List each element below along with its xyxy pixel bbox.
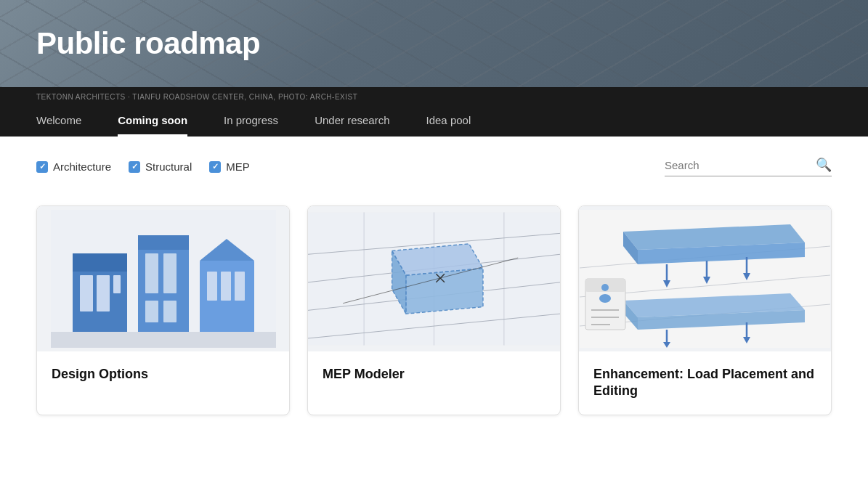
nav-bar: TEKTONN ARCHITECTS · TIANFU ROADSHOW CEN… bbox=[0, 87, 868, 137]
photo-credit: TEKTONN ARCHITECTS · TIANFU ROADSHOW CEN… bbox=[36, 87, 832, 104]
design-options-illustration bbox=[51, 210, 276, 348]
tab-idea-pool[interactable]: Idea pool bbox=[426, 104, 471, 137]
svg-rect-8 bbox=[145, 253, 158, 293]
card-mep-modeler[interactable]: MEP Modeler bbox=[307, 205, 561, 415]
svg-rect-14 bbox=[207, 272, 217, 301]
card-design-options-image bbox=[37, 206, 289, 351]
tab-coming-soon[interactable]: Coming soon bbox=[118, 104, 187, 137]
tab-in-progress[interactable]: In progress bbox=[224, 104, 278, 137]
mep-label: MEP bbox=[226, 160, 250, 173]
search-input[interactable] bbox=[665, 159, 810, 171]
svg-rect-7 bbox=[138, 235, 189, 250]
nav-tabs: Welcome Coming soon In progress Under re… bbox=[36, 104, 832, 137]
filter-bar: Architecture Structural MEP 🔍 bbox=[0, 137, 868, 191]
mep-modeler-illustration bbox=[308, 210, 560, 348]
hero-title: Public roadmap bbox=[36, 26, 260, 61]
card-load-placement-title: Enhancement: Load Placement and Editing bbox=[593, 366, 816, 400]
structural-label: Structural bbox=[145, 160, 192, 173]
svg-rect-16 bbox=[235, 272, 245, 301]
tab-under-research[interactable]: Under research bbox=[315, 104, 389, 137]
svg-rect-3 bbox=[80, 275, 93, 311]
structural-checkbox[interactable] bbox=[129, 161, 140, 173]
card-mep-modeler-image bbox=[308, 206, 560, 351]
mep-checkbox[interactable] bbox=[209, 161, 221, 173]
svg-rect-10 bbox=[145, 301, 158, 322]
card-load-placement-image bbox=[579, 206, 831, 351]
card-load-placement-body: Enhancement: Load Placement and Editing bbox=[579, 351, 831, 415]
card-design-options-body: Design Options bbox=[37, 351, 289, 397]
filter-mep[interactable]: MEP bbox=[209, 160, 250, 173]
svg-rect-17 bbox=[51, 332, 276, 348]
filter-structural[interactable]: Structural bbox=[129, 160, 192, 173]
svg-rect-2 bbox=[73, 253, 127, 272]
filter-checkboxes: Architecture Structural MEP bbox=[36, 160, 250, 173]
hero-section: Public roadmap bbox=[0, 0, 868, 87]
card-mep-modeler-title: MEP Modeler bbox=[323, 366, 545, 383]
load-placement-illustration bbox=[580, 210, 830, 348]
search-area: 🔍 bbox=[665, 157, 832, 176]
svg-marker-28 bbox=[406, 269, 483, 314]
svg-rect-9 bbox=[163, 253, 177, 293]
card-design-options-title: Design Options bbox=[52, 366, 275, 383]
cards-section: Design Options bbox=[0, 191, 868, 444]
tab-welcome[interactable]: Welcome bbox=[36, 104, 81, 137]
svg-rect-4 bbox=[97, 275, 110, 311]
svg-rect-11 bbox=[163, 301, 177, 322]
svg-rect-15 bbox=[221, 272, 231, 301]
search-icon[interactable]: 🔍 bbox=[816, 157, 832, 173]
svg-point-58 bbox=[599, 294, 611, 303]
card-design-options[interactable]: Design Options bbox=[36, 205, 290, 415]
card-mep-modeler-body: MEP Modeler bbox=[308, 351, 560, 397]
svg-rect-5 bbox=[113, 275, 121, 293]
architecture-label: Architecture bbox=[53, 160, 111, 173]
svg-point-57 bbox=[601, 284, 609, 291]
architecture-checkbox[interactable] bbox=[36, 161, 48, 173]
cards-grid: Design Options bbox=[36, 205, 832, 415]
card-load-placement[interactable]: Enhancement: Load Placement and Editing bbox=[578, 205, 832, 415]
filter-architecture[interactable]: Architecture bbox=[36, 160, 111, 173]
